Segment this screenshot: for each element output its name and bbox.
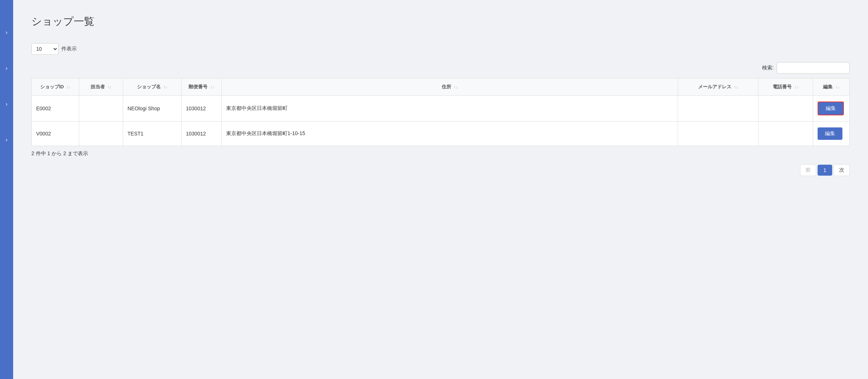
cell-address: 東京都中央区日本橋堀留町1-10-15 (222, 122, 678, 146)
cell-email (678, 122, 758, 146)
prev-page-button[interactable]: 前 (800, 164, 816, 176)
sidebar-chevron-4[interactable]: › (5, 137, 7, 143)
main-content: ショップ一覧 10 25 50 100 件表示 検索: ショップID ↑↓ 担当… (13, 0, 868, 379)
controls-row: 10 25 50 100 件表示 (31, 43, 850, 55)
table-header-row: ショップID ↑↓ 担当者 ↑↓ ショップ名 ↑↓ 郵便番号 ↑↓ 住所 ↑↓ (32, 79, 850, 96)
cell-address: 東京都中央区日本橋堀留町 (222, 96, 678, 122)
table-row: E0002NEOlogi Shop1030012東京都中央区日本橋堀留町編集 (32, 96, 850, 122)
sidebar: › › › › (0, 0, 13, 379)
sidebar-chevron-2[interactable]: › (5, 65, 7, 72)
page-1-button[interactable]: 1 (818, 165, 832, 176)
col-header-shop-name[interactable]: ショップ名 ↑↓ (123, 79, 182, 96)
cell-edit: 編集 (813, 122, 850, 146)
cell-shop-name: NEOlogi Shop (123, 96, 182, 122)
cell-shop-name: TEST1 (123, 122, 182, 146)
edit-button-row-1[interactable]: 編集 (818, 127, 842, 140)
col-header-address[interactable]: 住所 ↑↓ (222, 79, 678, 96)
sidebar-chevron-3[interactable]: › (5, 101, 7, 107)
sort-icon-email: ↑↓ (734, 85, 738, 89)
per-page-label: 件表示 (61, 46, 77, 52)
table-row: V0002TEST11030012東京都中央区日本橋堀留町1-10-15編集 (32, 122, 850, 146)
col-header-email[interactable]: メールアドレス ↑↓ (678, 79, 758, 96)
cell-email (678, 96, 758, 122)
cell-shop-id: E0002 (32, 96, 79, 122)
summary-text: 2 件中 1 から 2 まで表示 (31, 150, 850, 157)
per-page-select[interactable]: 10 25 50 100 (31, 43, 58, 55)
sort-icon-shop-id: ↑↓ (66, 85, 71, 89)
cell-tantou (79, 96, 123, 122)
pagination: 前 1 次 (31, 164, 850, 176)
cell-shop-id: V0002 (32, 122, 79, 146)
shops-table: ショップID ↑↓ 担当者 ↑↓ ショップ名 ↑↓ 郵便番号 ↑↓ 住所 ↑↓ (31, 78, 850, 146)
search-row: 検索: (31, 62, 850, 74)
cell-postal: 1030012 (182, 96, 222, 122)
col-header-phone[interactable]: 電話番号 ↑↓ (758, 79, 813, 96)
col-header-tantou[interactable]: 担当者 ↑↓ (79, 79, 123, 96)
page-title: ショップ一覧 (31, 15, 850, 28)
search-label: 検索: (762, 65, 774, 71)
table-container: ショップID ↑↓ 担当者 ↑↓ ショップ名 ↑↓ 郵便番号 ↑↓ 住所 ↑↓ (31, 78, 850, 146)
sort-icon-shop-name: ↑↓ (163, 85, 167, 89)
col-header-edit[interactable]: 編集 ↑↓ (813, 79, 850, 96)
sort-icon-phone: ↑↓ (795, 85, 799, 89)
search-input[interactable] (777, 62, 850, 74)
sort-icon-postal: ↑↓ (210, 85, 214, 89)
cell-phone (758, 96, 813, 122)
table-body: E0002NEOlogi Shop1030012東京都中央区日本橋堀留町編集V0… (32, 96, 850, 146)
sort-icon-address: ↑↓ (454, 85, 458, 89)
cell-postal: 1030012 (182, 122, 222, 146)
edit-button-row-0[interactable]: 編集 (818, 102, 844, 115)
col-header-shop-id[interactable]: ショップID ↑↓ (32, 79, 79, 96)
cell-edit: 編集 (813, 96, 850, 122)
sort-icon-tantou: ↑↓ (107, 85, 111, 89)
col-header-postal[interactable]: 郵便番号 ↑↓ (182, 79, 222, 96)
sort-icon-edit: ↑↓ (835, 85, 840, 89)
next-page-button[interactable]: 次 (834, 164, 850, 176)
sidebar-chevron-1[interactable]: › (5, 29, 7, 36)
cell-tantou (79, 122, 123, 146)
cell-phone (758, 122, 813, 146)
